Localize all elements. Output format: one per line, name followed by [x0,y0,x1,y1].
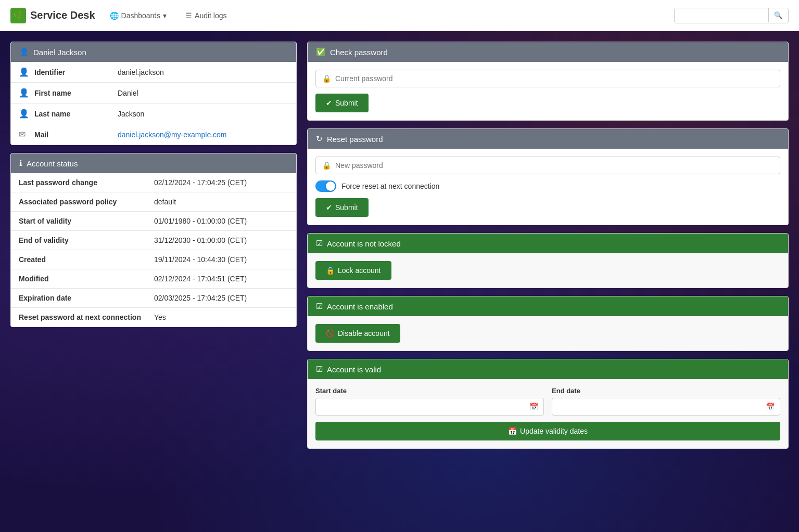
account-status-card: ℹ Account status Last password change 02… [10,153,297,327]
chevron-down-icon: ▾ [163,11,167,20]
firstname-value: Daniel [118,89,138,97]
update-validity-button[interactable]: 📅 Update validity dates [315,422,780,440]
start-date-input-wrap: 01 / 01 / 1980 📅 [315,398,544,416]
expiration-row: Expiration date 02/03/2025 - 17:04:25 (C… [11,289,296,308]
mail-value[interactable]: daniel.jackson@my-example.com [118,131,227,139]
reset-password-card: ↻ Reset password 🔒 Force reset at next c… [307,128,789,225]
refresh-icon: ↻ [316,134,323,144]
account-status-body: Last password change 02/12/2024 - 17:04:… [11,173,296,327]
identifier-row: 👤 Identifier daniel.jackson [11,62,296,83]
pw-policy-value: default [154,198,176,206]
list-icon: ☰ [185,11,192,20]
start-validity-value: 01/01/1980 - 01:00:00 (CET) [154,217,247,225]
lock-icon-new: 🔒 [322,161,331,170]
end-validity-row: End of validity 31/12/2030 - 01:00:00 (C… [11,231,296,250]
audit-logs-link[interactable]: ☰ Audit logs [181,9,231,22]
lock-icon-current: 🔒 [322,74,331,83]
pw-policy-row: Associated password policy default [11,192,296,212]
navbar: 🌿 Service Desk 🌐 Dashboards ▾ ☰ Audit lo… [0,0,799,31]
check-circle-icon: ✅ [316,47,326,57]
enable-section-body: 🚫 Disable account [308,316,788,351]
brand-icon: 🌿 [10,8,26,23]
validity-section: ☑ Account is valid Start date 01 / 01 / … [307,359,789,449]
dashboards-link[interactable]: 🌐 Dashboards ▾ [106,9,171,22]
not-locked-icon: ☑ [316,239,323,248]
info-circle-icon: ℹ [19,159,22,168]
created-row: Created 19/11/2024 - 10:44:30 (CET) [11,250,296,269]
left-panel: 👤 Daniel Jackson 👤 Identifier daniel.jac… [10,42,297,522]
person-icon-lastname: 👤 [19,109,34,119]
lastname-value: Jackson [118,110,144,118]
start-date-field: Start date 01 / 01 / 1980 📅 [315,387,544,416]
user-info-table: 👤 Identifier daniel.jackson 👤 First name… [11,62,296,145]
end-date-label: End date [552,387,780,395]
lock-icon-btn: 🔒 [326,266,335,275]
status-table: Last password change 02/12/2024 - 17:04:… [11,173,296,327]
right-panel: ✅ Check password 🔒 ✔ Submit ↻ Reset pass… [307,42,789,522]
expiration-value: 02/03/2025 - 17:04:25 (CET) [154,294,247,302]
search-box: jackson 🔍 [674,8,789,23]
end-validity-value: 31/12/2030 - 01:00:00 (CET) [154,236,247,244]
person-icon-identifier: 👤 [19,67,34,77]
reset-password-header: ↻ Reset password [308,129,788,149]
force-reset-toggle[interactable] [315,180,336,192]
mail-icon: ✉ [19,129,34,139]
enabled-icon: ☑ [316,302,323,311]
calendar-btn-icon: 📅 [508,427,517,435]
search-input[interactable]: jackson [675,8,768,23]
end-date-input[interactable]: 31 / 12 / 2030 [557,403,766,411]
validity-status-header: ☑ Account is valid [308,359,788,379]
start-date-input[interactable]: 01 / 01 / 1980 [321,403,529,411]
reset-password-body: 🔒 Force reset at next connection ✔ Submi… [308,149,788,225]
created-value: 19/11/2024 - 10:44:30 (CET) [154,255,247,264]
check-icon: ✔ [326,99,332,107]
reset-password-submit-button[interactable]: ✔ Submit [315,198,369,217]
validity-section-body: Start date 01 / 01 / 1980 📅 End date 31 … [308,379,788,448]
firstname-row: 👤 First name Daniel [11,83,296,103]
main-content: 👤 Daniel Jackson 👤 Identifier daniel.jac… [0,31,799,532]
last-pw-change-value: 02/12/2024 - 17:04:25 (CET) [154,178,247,187]
end-date-input-wrap: 31 / 12 / 2030 📅 [552,398,780,416]
mail-row: ✉ Mail daniel.jackson@my-example.com [11,124,296,145]
user-card: 👤 Daniel Jackson 👤 Identifier daniel.jac… [10,42,297,145]
search-button[interactable]: 🔍 [768,8,788,22]
start-date-label: Start date [315,387,544,395]
enable-section: ☑ Account is enabled 🚫 Disable account [307,296,789,351]
start-validity-row: Start of validity 01/01/1980 - 01:00:00 … [11,212,296,231]
user-card-body: 👤 Identifier daniel.jackson 👤 First name… [11,62,296,145]
modified-row: Modified 02/12/2024 - 17:04:51 (CET) [11,269,296,289]
disable-account-button[interactable]: 🚫 Disable account [315,324,400,343]
current-password-input-wrap: 🔒 [315,70,780,87]
lock-section: ☑ Account is not locked 🔒 Lock account [307,233,789,288]
modified-value: 02/12/2024 - 17:04:51 (CET) [154,275,247,283]
globe-icon: 🌐 [110,11,119,20]
check-password-header: ✅ Check password [308,42,788,62]
brand: 🌿 Service Desk [10,8,95,23]
lastname-row: 👤 Last name Jackson [11,103,296,124]
force-reset-label: Force reset at next connection [341,182,439,190]
current-password-input[interactable] [335,74,773,83]
account-status-header: ℹ Account status [11,153,296,173]
user-card-header: 👤 Daniel Jackson [11,42,296,62]
valid-icon: ☑ [316,365,323,374]
brand-name: Service Desk [30,9,95,21]
search-icon: 🔍 [774,11,783,19]
lock-section-body: 🔒 Lock account [308,253,788,288]
disable-icon: 🚫 [326,329,335,338]
check-password-submit-button[interactable]: ✔ Submit [315,94,369,112]
end-calendar-icon: 📅 [766,403,775,411]
identifier-value: daniel.jackson [118,68,164,76]
last-pw-change-row: Last password change 02/12/2024 - 17:04:… [11,173,296,192]
date-row: Start date 01 / 01 / 1980 📅 End date 31 … [315,387,780,416]
force-reset-toggle-row: Force reset at next connection [315,180,780,192]
start-calendar-icon: 📅 [529,403,538,411]
enable-status-header: ☑ Account is enabled [308,296,788,316]
check-icon-reset: ✔ [326,203,332,212]
person-circle-icon: 👤 [19,47,29,57]
new-password-input-wrap: 🔒 [315,157,780,174]
end-date-field: End date 31 / 12 / 2030 📅 [552,387,780,416]
reset-pw-row: Reset password at next connection Yes [11,308,296,327]
lock-status-header: ☑ Account is not locked [308,233,788,253]
lock-account-button[interactable]: 🔒 Lock account [315,261,391,280]
new-password-input[interactable] [335,161,773,170]
